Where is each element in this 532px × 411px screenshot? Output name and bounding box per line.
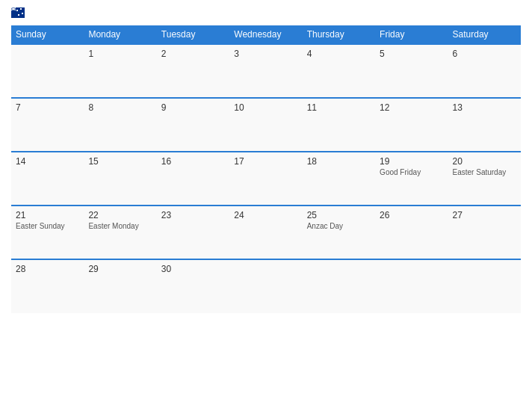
day-number: 16 — [161, 156, 225, 167]
week-row-2: 78910111213 — [11, 98, 521, 152]
col-friday: Friday — [375, 25, 448, 44]
svg-rect-6 — [16, 10, 18, 11]
calendar-cell: 23 — [157, 206, 229, 259]
calendar-cell — [11, 44, 84, 98]
calendar-cell: 3 — [229, 44, 302, 98]
calendar-cell: 20Easter Saturday — [448, 152, 521, 206]
svg-rect-7 — [20, 8, 22, 10]
calendar-body: 12345678910111213141516171819Good Friday… — [11, 44, 521, 313]
calendar-cell: 14 — [11, 152, 84, 206]
day-number: 3 — [234, 49, 297, 59]
calendar-thead: Sunday Monday Tuesday Wednesday Thursday… — [11, 25, 521, 44]
day-number: 24 — [234, 210, 297, 220]
day-number: 26 — [380, 210, 443, 220]
day-number: 10 — [234, 102, 297, 113]
day-number: 9 — [161, 102, 225, 113]
calendar-cell: 24 — [229, 206, 302, 259]
calendar-cell: 28 — [11, 259, 84, 313]
calendar-cell: 1 — [84, 44, 156, 98]
day-number: 4 — [307, 49, 371, 59]
logo — [11, 7, 29, 18]
week-row-1: 123456 — [11, 44, 521, 98]
day-number: 7 — [16, 102, 79, 113]
day-number: 6 — [453, 49, 516, 59]
day-number: 17 — [234, 156, 297, 167]
col-monday: Monday — [84, 25, 156, 44]
col-sunday: Sunday — [11, 25, 84, 44]
calendar-cell: 7 — [11, 98, 84, 152]
holiday-label: Easter Saturday — [453, 168, 516, 176]
day-number: 29 — [88, 264, 152, 274]
calendar-cell: 5 — [375, 44, 448, 98]
day-number: 19 — [380, 156, 443, 167]
calendar-cell: 10 — [229, 98, 302, 152]
calendar-cell: 21Easter Sunday — [11, 206, 84, 259]
day-number: 13 — [453, 102, 516, 113]
logo-icon — [11, 7, 25, 18]
holiday-label: Easter Sunday — [16, 222, 79, 230]
calendar-cell: 6 — [448, 44, 521, 98]
calendar-cell: 16 — [157, 152, 229, 206]
page-container: Sunday Monday Tuesday Wednesday Thursday… — [0, 0, 532, 411]
day-number: 25 — [307, 210, 371, 220]
day-number: 11 — [307, 102, 371, 113]
day-number: 20 — [453, 156, 516, 167]
holiday-label: Easter Monday — [88, 222, 152, 230]
calendar-cell: 27 — [448, 206, 521, 259]
calendar-cell: 13 — [448, 98, 521, 152]
calendar-cell: 18 — [303, 152, 375, 206]
calendar-cell: 29 — [84, 259, 156, 313]
calendar-cell: 17 — [229, 152, 302, 206]
calendar-cell: 26 — [375, 206, 448, 259]
day-number: 21 — [16, 210, 79, 220]
calendar-cell: 8 — [84, 98, 156, 152]
day-number: 22 — [88, 210, 152, 220]
col-saturday: Saturday — [448, 25, 521, 44]
calendar-cell: 25Anzac Day — [303, 206, 375, 259]
day-number: 28 — [16, 264, 79, 274]
col-thursday: Thursday — [303, 25, 375, 44]
day-number: 15 — [88, 156, 152, 167]
calendar-cell: 11 — [303, 98, 375, 152]
day-number: 14 — [16, 156, 79, 167]
col-tuesday: Tuesday — [157, 25, 229, 44]
calendar-cell: 15 — [84, 152, 156, 206]
weekday-header-row: Sunday Monday Tuesday Wednesday Thursday… — [11, 25, 521, 44]
svg-rect-8 — [22, 13, 23, 14]
holiday-label: Good Friday — [380, 168, 443, 176]
day-number: 2 — [161, 49, 225, 59]
calendar-cell: 19Good Friday — [375, 152, 448, 206]
calendar-cell — [448, 259, 521, 313]
day-number: 8 — [88, 102, 152, 113]
calendar-cell — [303, 259, 375, 313]
calendar-cell: 12 — [375, 98, 448, 152]
calendar-cell — [229, 259, 302, 313]
week-row-5: 282930 — [11, 259, 521, 313]
calendar-cell: 4 — [303, 44, 375, 98]
calendar-table: Sunday Monday Tuesday Wednesday Thursday… — [11, 25, 521, 313]
day-number: 5 — [380, 49, 443, 59]
day-number: 30 — [161, 264, 225, 274]
day-number: 1 — [88, 49, 152, 59]
calendar-cell: 22Easter Monday — [84, 206, 156, 259]
col-wednesday: Wednesday — [229, 25, 302, 44]
week-row-4: 21Easter Sunday22Easter Monday232425Anza… — [11, 206, 521, 259]
calendar-header — [11, 7, 521, 18]
holiday-label: Anzac Day — [307, 222, 371, 230]
svg-rect-9 — [18, 14, 19, 16]
day-number: 23 — [161, 210, 225, 220]
calendar-cell: 30 — [157, 259, 229, 313]
day-number: 18 — [307, 156, 371, 167]
day-number: 12 — [380, 102, 443, 113]
week-row-3: 141516171819Good Friday20Easter Saturday — [11, 152, 521, 206]
calendar-cell — [375, 259, 448, 313]
day-number: 27 — [453, 210, 516, 220]
calendar-cell: 2 — [157, 44, 229, 98]
calendar-cell: 9 — [157, 98, 229, 152]
